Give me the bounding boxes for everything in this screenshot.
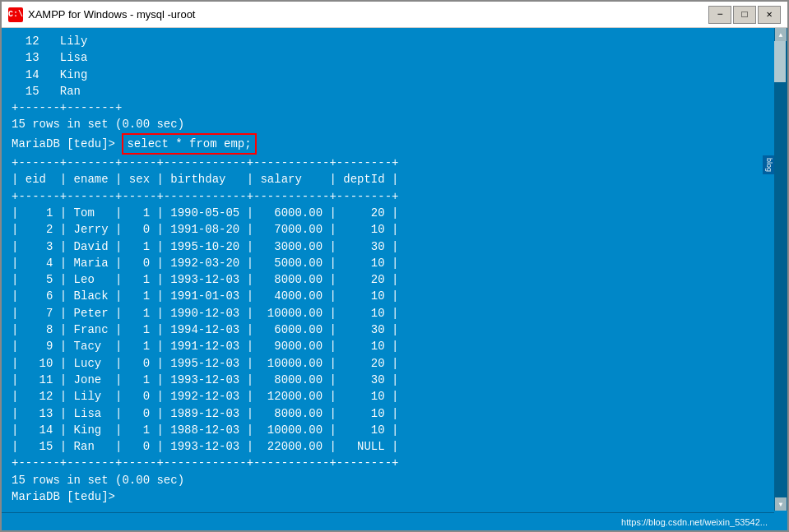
pre-line-4: 15 Ran [12, 83, 777, 99]
prompt-text-1: MariaDB [tedu]> [12, 136, 122, 152]
side-panel: blog [763, 155, 774, 174]
minimize-button[interactable]: − [708, 6, 731, 24]
terminal-content: 12 Lily 13 Lisa 14 King 15 Ran +------+-… [12, 33, 777, 525]
scrollbar-down-arrow[interactable]: ▼ [775, 497, 787, 511]
table-row: | 11 | Jone | 1 | 1993-12-03 | 8000.00 |… [12, 372, 777, 388]
table-divider-1: +------+-------+-----+------------+-----… [12, 155, 777, 171]
window-controls: − □ ✕ [708, 6, 781, 24]
table-row: | 10 | Lucy | 0 | 1995-12-03 | 10000.00 … [12, 355, 777, 372]
app-icon: C:\ [8, 7, 23, 22]
table-header: | eid | ename | sex | birthday | salary … [12, 171, 777, 187]
table-row: | 15 | Ran | 0 | 1993-12-03 | 22000.00 |… [12, 438, 777, 455]
table-row: | 14 | King | 1 | 1988-12-03 | 10000.00 … [12, 422, 777, 438]
scrollbar-up-arrow[interactable]: ▲ [775, 28, 787, 41]
window: C:\ XAMPP for Windows - mysql -uroot − □… [0, 0, 789, 532]
table-divider-3: +------+-------+-----+------------+-----… [12, 455, 777, 471]
status-bar: https://blog.csdn.net/weixin_53542... [2, 512, 774, 530]
status-url: https://blog.csdn.net/weixin_53542... [621, 517, 768, 527]
title-bar: C:\ XAMPP for Windows - mysql -uroot − □… [2, 2, 787, 28]
table-row: | 3 | David | 1 | 1995-10-20 | 3000.00 |… [12, 238, 777, 255]
table-row: | 9 | Tacy | 1 | 1991-12-03 | 9000.00 | … [12, 338, 777, 354]
table-row: | 1 | Tom | 1 | 1990-05-05 | 6000.00 | 2… [12, 205, 777, 221]
table-row: | 13 | Lisa | 0 | 1989-12-03 | 8000.00 |… [12, 405, 777, 422]
terminal[interactable]: 12 Lily 13 Lisa 14 King 15 Ran +------+-… [2, 28, 787, 530]
title-bar-left: C:\ XAMPP for Windows - mysql -uroot [8, 7, 195, 22]
second-prompt: MariaDB [tedu]> [12, 488, 777, 505]
rows-count-2: 15 rows in set (0.00 sec) [12, 472, 777, 488]
table-row: | 12 | Lily | 0 | 1992-12-03 | 12000.00 … [12, 388, 777, 405]
pre-line-1: 12 Lily [12, 33, 777, 49]
scrollbar[interactable]: ▲ ▼ [774, 28, 787, 511]
table-divider-2: +------+-------+-----+------------+-----… [12, 188, 777, 205]
scrollbar-track [774, 41, 787, 497]
pre-line-2: 13 Lisa [12, 49, 777, 66]
divider-top: +------+-------+ [12, 99, 777, 116]
table-row: | 7 | Peter | 1 | 1990-12-03 | 10000.00 … [12, 305, 777, 322]
table-row: | 2 | Jerry | 0 | 1991-08-20 | 7000.00 |… [12, 221, 777, 238]
pre-line-3: 14 King [12, 67, 777, 83]
rows-count-1: 15 rows in set (0.00 sec) [12, 116, 777, 132]
scrollbar-thumb[interactable] [774, 41, 786, 82]
table-row: | 6 | Black | 1 | 1991-01-03 | 4000.00 |… [12, 288, 777, 304]
command-prompt: MariaDB [tedu]> select * from emp; [12, 133, 777, 155]
table-row: | 5 | Leo | 1 | 1993-12-03 | 8000.00 | 2… [12, 271, 777, 288]
prompt-text-2: MariaDB [tedu]> [12, 488, 122, 505]
sql-command: select * from emp; [122, 133, 256, 155]
window-title: XAMPP for Windows - mysql -uroot [28, 8, 195, 21]
table-row: | 4 | Maria | 0 | 1992-03-20 | 5000.00 |… [12, 255, 777, 271]
maximize-button[interactable]: □ [733, 6, 756, 24]
table-row: | 8 | Franc | 1 | 1994-12-03 | 6000.00 |… [12, 322, 777, 338]
close-button[interactable]: ✕ [758, 6, 781, 24]
